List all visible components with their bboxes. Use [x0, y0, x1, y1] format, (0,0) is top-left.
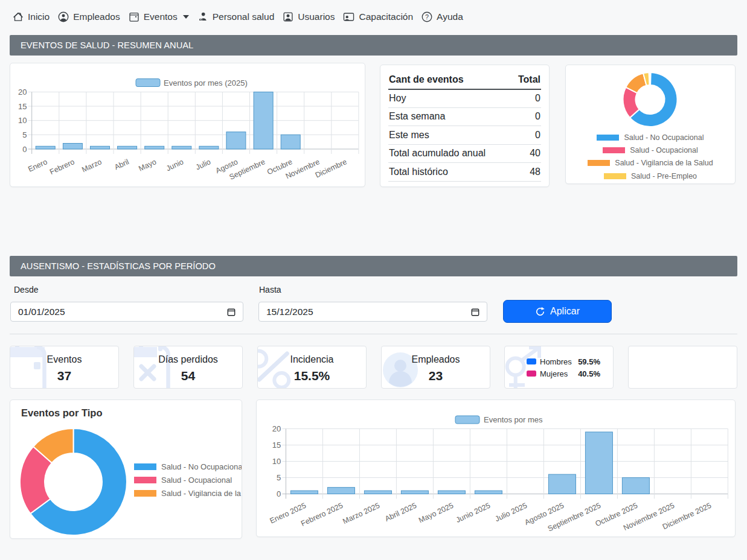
- svg-text:0: 0: [277, 489, 281, 498]
- svg-text:0: 0: [22, 145, 27, 154]
- svg-text:15: 15: [18, 102, 27, 111]
- svg-text:Mayo: Mayo: [137, 158, 158, 173]
- svg-text:10: 10: [272, 457, 281, 466]
- svg-text:20: 20: [18, 88, 27, 97]
- svg-text:10: 10: [18, 116, 27, 125]
- svg-text:?: ?: [425, 13, 429, 21]
- svg-text:15: 15: [272, 441, 281, 450]
- svg-text:Abril 2025: Abril 2025: [383, 501, 418, 523]
- svg-text:Enero: Enero: [27, 158, 48, 174]
- svg-text:Junio 2025: Junio 2025: [455, 501, 492, 525]
- svg-text:Febrero: Febrero: [48, 158, 76, 176]
- svg-text:Marzo: Marzo: [80, 158, 103, 174]
- svg-text:Abril: Abril: [113, 158, 130, 171]
- svg-text:Julio: Julio: [194, 158, 212, 172]
- svg-text:Junio: Junio: [165, 158, 185, 173]
- svg-text:5: 5: [22, 130, 27, 139]
- svg-text:Febrero 2025: Febrero 2025: [300, 501, 344, 528]
- svg-text:Marzo 2025: Marzo 2025: [341, 501, 381, 526]
- svg-text:Diciembre: Diciembre: [314, 158, 348, 179]
- svg-text:Mayo 2025: Mayo 2025: [417, 501, 455, 525]
- svg-text:5: 5: [277, 473, 281, 482]
- svg-text:Eventos por mes (2025): Eventos por mes (2025): [164, 78, 248, 88]
- svg-text:Eventos por mes: Eventos por mes: [484, 415, 543, 424]
- svg-text:20: 20: [272, 424, 281, 433]
